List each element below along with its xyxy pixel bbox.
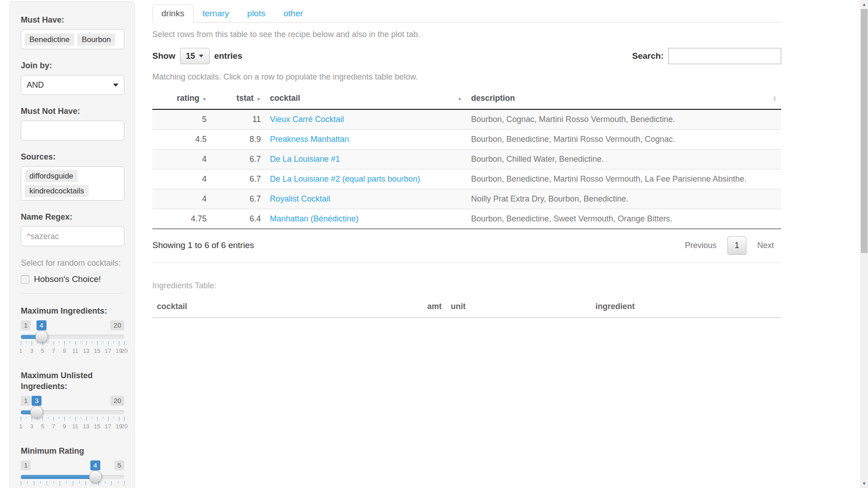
hobsons-choice-checkbox[interactable] <box>21 275 29 284</box>
slider-tick <box>32 341 32 346</box>
table-row[interactable]: 4.756.4Manhattan (Bénédictine)Bourbon, B… <box>152 209 781 229</box>
slider-control: Maximum Unlisted Ingredients:12031357911… <box>21 370 123 434</box>
description-cell: Noilly Prat Extra Dry, Bourbon, Benedict… <box>467 189 781 209</box>
cocktail-link[interactable]: De La Louisiane #1 <box>270 155 340 164</box>
slider-tick <box>86 341 87 346</box>
slider-tick <box>118 481 118 483</box>
cocktail-cell: De La Louisiane #2 (equal parts bourbon) <box>265 169 467 189</box>
slider-tick <box>97 341 98 346</box>
slider-tick-label: 11 <box>72 423 79 430</box>
rating-cell: 5 <box>152 109 211 130</box>
scroll-down-icon[interactable]: ▼ <box>860 480 868 487</box>
page-length-select[interactable]: 15 <box>180 48 210 64</box>
page-1-button[interactable]: 1 <box>727 236 746 255</box>
slider-max-label: 20 <box>110 396 124 406</box>
tab-plots[interactable]: plots <box>238 5 274 23</box>
slider-tick <box>37 341 38 343</box>
slider-grid: 13579111315171920 <box>21 341 124 358</box>
slider-min-label: 1 <box>21 320 31 330</box>
slider-tick <box>26 417 27 419</box>
tstat-cell: 6.7 <box>211 189 265 209</box>
slider-tick <box>21 481 21 486</box>
slider-tick <box>48 341 48 343</box>
must-not-have-input[interactable] <box>21 121 124 141</box>
table-row[interactable]: 46.7Royalist CocktailNoilly Prat Extra D… <box>152 189 781 209</box>
table-row[interactable]: 46.7De La Louisiane #2 (equal parts bour… <box>152 169 781 189</box>
slider-tick <box>79 481 80 483</box>
slider-tick <box>59 417 59 419</box>
cocktail-link[interactable]: Royalist Cocktail <box>270 194 330 203</box>
table-row[interactable]: 46.7De La Louisiane #1Bourbon, Chilled W… <box>152 150 781 169</box>
slider-tick-label: 17 <box>105 347 111 354</box>
slider-tick <box>103 341 103 343</box>
slider-value-label: 4 <box>37 320 47 330</box>
table-controls: Show 15 entries Search: <box>152 48 781 64</box>
scroll-up-icon[interactable]: ▲ <box>860 1 868 8</box>
slider-tick <box>113 417 114 419</box>
rating-cell: 4 <box>152 150 211 169</box>
must-have-input[interactable]: BenedictineBourbon <box>21 29 124 49</box>
slider-tick <box>60 481 60 486</box>
slider-tick-label: 20 <box>121 423 127 430</box>
cocktail-link[interactable]: Vieux Carré Cocktail <box>270 115 344 124</box>
sources-input[interactable]: diffordsguidekindredcocktails <box>21 166 124 201</box>
scrollbar-thumb[interactable] <box>861 9 868 253</box>
description-cell: Bourbon, Benedictine, Martini Rosso Verm… <box>467 169 781 189</box>
cocktail-cell: Preakness Manhattan <box>265 130 467 150</box>
table-info: Showing 1 to 6 of 6 entries <box>152 240 254 250</box>
column-header-cocktail[interactable]: cocktail▲ <box>265 88 467 109</box>
cocktail-link[interactable]: Preakness Manhattan <box>270 135 349 144</box>
description-cell: Bourbon, Benedictine, Sweet Vermouth, Or… <box>467 209 781 229</box>
slider-track[interactable] <box>21 475 124 479</box>
slider-tick-label: 11 <box>72 347 79 354</box>
column-header-unit[interactable]: unit <box>446 296 591 318</box>
join-by-select[interactable]: AND <box>21 75 124 95</box>
slider-tick <box>108 341 108 346</box>
slider-tick <box>73 481 73 486</box>
cocktail-link[interactable]: De La Louisiane #2 (equal parts bourbon) <box>270 174 420 183</box>
slider-control: Minimum Rating15411.522.533.544.55 <box>21 446 123 488</box>
vertical-scrollbar[interactable]: ▲ ▼ <box>860 0 868 488</box>
slider-tick <box>111 481 112 486</box>
sources-label: Sources: <box>21 151 123 162</box>
previous-page-button[interactable]: Previous <box>678 236 724 255</box>
sort-asc-icon: ▲ <box>458 96 462 101</box>
must-have-tag[interactable]: Benedictine <box>25 33 74 46</box>
slider-tick <box>66 481 66 483</box>
cocktail-cell: Manhattan (Bénédictine) <box>265 209 467 229</box>
column-header-amt[interactable]: amt <box>406 296 446 318</box>
table-row[interactable]: 4.58.9Preakness ManhattanBourbon, Benedi… <box>152 130 781 150</box>
source-tag[interactable]: kindredcocktails <box>25 185 89 197</box>
table-row[interactable]: 511Vieux Carré CocktailBourbon, Cognac, … <box>152 109 781 130</box>
tab-other[interactable]: other <box>274 5 312 23</box>
slider-tick <box>37 417 38 419</box>
source-tag[interactable]: diffordsguide <box>25 170 78 182</box>
next-page-button[interactable]: Next <box>750 236 781 255</box>
column-header-rating[interactable]: rating▼ <box>152 88 211 109</box>
slider-tick-label: 13 <box>83 347 89 354</box>
column-header-description[interactable]: description▲▼ <box>467 88 781 109</box>
slider-tick <box>32 417 32 421</box>
slider-tick <box>105 481 105 483</box>
slider-tick <box>92 417 92 419</box>
slider-tick-label: 1 <box>19 347 22 354</box>
tab-ternary[interactable]: ternary <box>193 5 238 23</box>
slider-label: Maximum Unlisted Ingredients: <box>21 370 123 392</box>
show-entries-control: Show 15 entries <box>152 48 242 64</box>
chevron-down-icon <box>113 84 118 87</box>
name-regex-input[interactable] <box>21 226 124 246</box>
slider-tick-label: 3 <box>30 347 33 354</box>
tab-bar: drinksternaryplotsother <box>152 5 781 23</box>
must-have-tag[interactable]: Bourbon <box>77 33 115 46</box>
tab-drinks[interactable]: drinks <box>152 5 193 23</box>
slider-tick <box>81 417 81 419</box>
entries-label: entries <box>214 51 242 61</box>
column-header-tstat[interactable]: tstat▼ <box>211 88 265 109</box>
tstat-cell: 8.9 <box>211 130 265 150</box>
search-input[interactable] <box>668 48 781 64</box>
column-header-ing-cocktail[interactable]: cocktail <box>152 296 406 318</box>
sort-desc-icon: ▼ <box>256 97 261 102</box>
cocktail-link[interactable]: Manhattan (Bénédictine) <box>270 214 359 223</box>
slider-tick-label: 20 <box>121 347 127 354</box>
column-header-ingredient[interactable]: ingredient <box>591 296 781 318</box>
